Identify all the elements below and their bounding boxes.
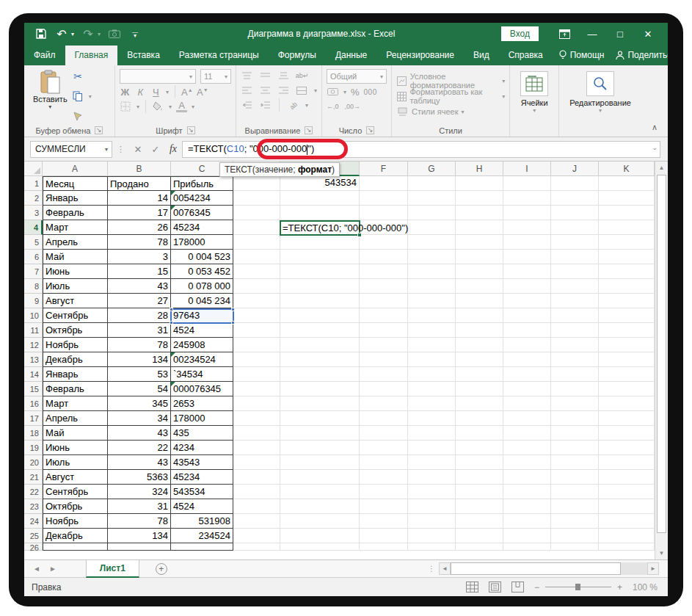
row-header-26[interactable]: 26	[24, 543, 43, 551]
row-header-24[interactable]: 24	[24, 514, 43, 529]
row-header-2[interactable]: 2	[24, 191, 43, 206]
cell-H13[interactable]	[456, 352, 503, 367]
tab-page-layout[interactable]: Разметка страницы	[170, 46, 269, 65]
cell-K24[interactable]	[599, 514, 655, 529]
cell-J20[interactable]	[551, 455, 599, 470]
cell-C14[interactable]: `34534	[171, 367, 233, 382]
row-header-12[interactable]: 12	[24, 338, 43, 352]
cell-B25[interactable]: 134	[108, 529, 171, 543]
cell-J14[interactable]	[551, 367, 599, 382]
cell-E20[interactable]	[280, 455, 360, 470]
column-header-B[interactable]: B	[108, 162, 171, 176]
cell-F15[interactable]	[360, 382, 408, 396]
cell-G26[interactable]	[408, 543, 456, 551]
cell-C12[interactable]: 245908	[171, 338, 233, 352]
row-header-20[interactable]: 20	[24, 455, 43, 470]
cell-B11[interactable]: 31	[108, 323, 171, 338]
cell-K9[interactable]	[599, 294, 655, 308]
cell-I9[interactable]	[503, 294, 551, 308]
cell-C23[interactable]: 4524	[171, 499, 233, 514]
column-header-I[interactable]: I	[503, 162, 551, 176]
cell-E14[interactable]	[280, 367, 360, 382]
cell-I2[interactable]	[503, 191, 551, 206]
cell-E3[interactable]	[280, 206, 360, 220]
cell-H23[interactable]	[456, 499, 503, 514]
cell-A22[interactable]: Сентябрь	[43, 485, 108, 499]
page-layout-view-icon[interactable]	[489, 581, 501, 593]
cell-D2[interactable]	[233, 191, 280, 206]
cell-K16[interactable]	[599, 396, 655, 411]
cell-K7[interactable]	[599, 264, 655, 279]
cell-B9[interactable]: 27	[108, 294, 171, 308]
cell-J12[interactable]	[551, 338, 599, 352]
share-button[interactable]: Поделиться	[610, 46, 668, 65]
cell-G22[interactable]	[408, 485, 456, 499]
cell-K26[interactable]	[599, 543, 655, 551]
cell-E12[interactable]	[280, 338, 360, 352]
cell-C15[interactable]: 000076345	[171, 382, 233, 396]
cell-H8[interactable]	[456, 279, 503, 294]
row-header-7[interactable]: 7	[24, 264, 43, 279]
cell-C1[interactable]: Прибыль	[171, 176, 233, 191]
cell-D24[interactable]	[233, 514, 280, 529]
cell-B24[interactable]: 78	[108, 514, 171, 529]
cell-H5[interactable]	[456, 235, 503, 250]
cell-J13[interactable]	[551, 352, 599, 367]
cell-C13[interactable]: 00234524	[171, 352, 233, 367]
cell-D19[interactable]	[233, 441, 280, 455]
cell-C25[interactable]: 234524	[171, 529, 233, 543]
cell-B19[interactable]: 22	[108, 441, 171, 455]
cell-F9[interactable]	[360, 294, 408, 308]
tab-data[interactable]: Данные	[326, 46, 376, 65]
tab-insert[interactable]: Вставка	[117, 46, 170, 65]
cell-I23[interactable]	[503, 499, 551, 514]
cell-F10[interactable]	[360, 308, 408, 323]
cell-D13[interactable]	[233, 352, 280, 367]
cell-B21[interactable]: 5363	[108, 470, 171, 485]
cell-I5[interactable]	[503, 235, 551, 250]
cell-E8[interactable]	[280, 279, 360, 294]
cell-K20[interactable]	[599, 455, 655, 470]
row-header-9[interactable]: 9	[24, 294, 43, 308]
cell-G14[interactable]	[408, 367, 456, 382]
cell-J18[interactable]	[551, 426, 599, 441]
cell-H12[interactable]	[456, 338, 503, 352]
cell-D3[interactable]	[233, 206, 280, 220]
cell-K23[interactable]	[599, 499, 655, 514]
cell-G15[interactable]	[408, 382, 456, 396]
select-all-corner[interactable]	[24, 162, 43, 176]
cell-E23[interactable]	[280, 499, 360, 514]
cell-G4[interactable]	[408, 220, 456, 235]
number-dialog-launcher-icon[interactable]: ↘	[366, 126, 374, 134]
cell-D1[interactable]	[233, 176, 280, 191]
cell-A17[interactable]: Апрель	[43, 411, 108, 426]
cell-F24[interactable]	[360, 514, 408, 529]
row-header-19[interactable]: 19	[24, 441, 43, 455]
cell-B22[interactable]: 324	[108, 485, 171, 499]
cell-D12[interactable]	[233, 338, 280, 352]
cell-B1[interactable]: Продано	[108, 176, 171, 191]
cell-F14[interactable]	[360, 367, 408, 382]
cell-C17[interactable]: 178000	[171, 411, 233, 426]
cell-I10[interactable]	[503, 308, 551, 323]
tab-help[interactable]: Справка	[499, 46, 553, 65]
cell-I24[interactable]	[503, 514, 551, 529]
cell-A20[interactable]: Июль	[43, 455, 108, 470]
cell-C21[interactable]: 45234	[171, 470, 233, 485]
cell-E9[interactable]	[280, 294, 360, 308]
scroll-right-icon[interactable]: ►	[647, 562, 659, 575]
cell-H17[interactable]	[456, 411, 503, 426]
next-sheet-icon[interactable]: ►	[49, 565, 65, 573]
cell-I16[interactable]	[503, 396, 551, 411]
cell-F12[interactable]	[360, 338, 408, 352]
cell-H14[interactable]	[456, 367, 503, 382]
cell-H6[interactable]	[456, 250, 503, 264]
cell-J19[interactable]	[551, 441, 599, 455]
cell-E5[interactable]	[280, 235, 360, 250]
cell-J25[interactable]	[551, 529, 599, 543]
cell-I8[interactable]	[503, 279, 551, 294]
cell-I19[interactable]	[503, 441, 551, 455]
tab-formulas[interactable]: Формулы	[269, 46, 326, 65]
cell-H2[interactable]	[456, 191, 503, 206]
font-dialog-launcher-icon[interactable]: ↘	[187, 126, 195, 134]
